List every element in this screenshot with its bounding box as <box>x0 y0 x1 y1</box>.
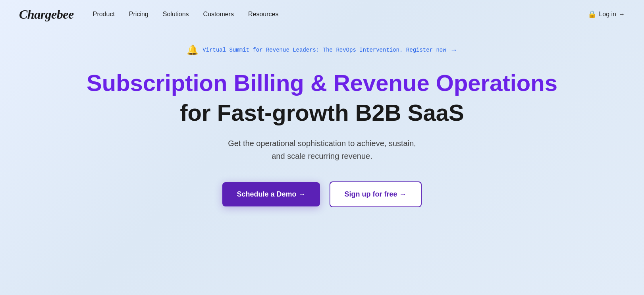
hero-section: 🔔 Virtual Summit for Revenue Leaders: Th… <box>0 29 644 231</box>
schedule-demo-button[interactable]: Schedule a Demo → <box>222 182 320 206</box>
announcement-arrow: → <box>450 46 457 54</box>
navigation: Chargebee Product Pricing Solutions Cust… <box>0 0 644 29</box>
brand-logo[interactable]: Chargebee <box>19 7 74 22</box>
nav-product[interactable]: Product <box>93 11 115 18</box>
nav-customers[interactable]: Customers <box>203 11 234 18</box>
hero-title-line1: Subscription Billing & Revenue Operation… <box>87 70 557 96</box>
nav-solutions[interactable]: Solutions <box>163 11 189 18</box>
signup-free-button[interactable]: Sign up for free → <box>330 181 422 207</box>
bell-icon: 🔔 <box>187 44 199 56</box>
nav-pricing[interactable]: Pricing <box>129 11 148 18</box>
nav-resources[interactable]: Resources <box>248 11 278 18</box>
lock-icon: 🔒 <box>588 10 596 19</box>
hero-subtitle-line1: Get the operational sophistication to ac… <box>228 139 416 148</box>
nav-links: Product Pricing Solutions Customers Reso… <box>93 11 588 18</box>
login-button[interactable]: 🔒 Log in → <box>588 10 625 19</box>
announcement-banner[interactable]: 🔔 Virtual Summit for Revenue Leaders: Th… <box>187 44 457 56</box>
hero-subtitle-line2: and scale recurring revenue. <box>272 152 372 160</box>
hero-title-line2: for Fast-growth B2B SaaS <box>180 100 464 126</box>
announcement-text: Virtual Summit for Revenue Leaders: The … <box>202 47 446 53</box>
login-label: Log in <box>599 11 616 18</box>
login-arrow: → <box>619 11 625 18</box>
cta-buttons: Schedule a Demo → Sign up for free → <box>222 181 421 207</box>
hero-subtitle: Get the operational sophistication to ac… <box>228 137 416 162</box>
